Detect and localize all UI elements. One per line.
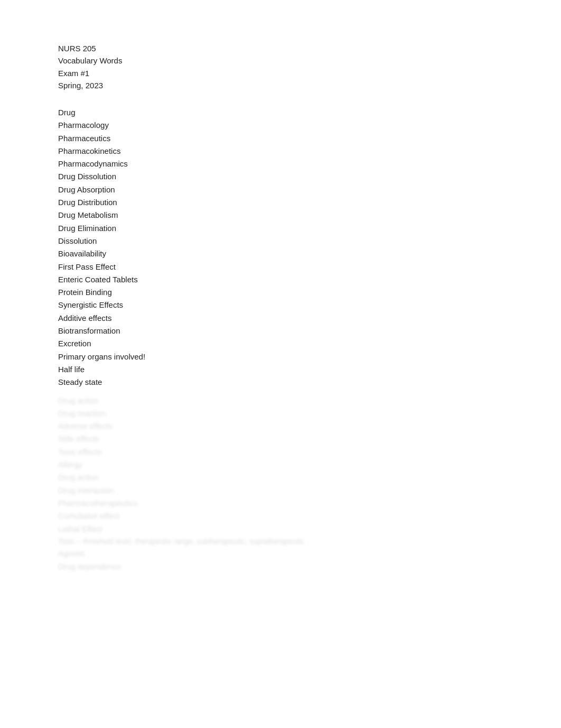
header-line2: Vocabulary Words	[58, 54, 561, 67]
vocab-item: Steady state	[58, 376, 561, 389]
vocab-item: Excretion	[58, 337, 561, 350]
vocab-item: Bioavailability	[58, 247, 561, 260]
blurred-item: Cumulative effect	[58, 510, 561, 522]
blurred-item: Allergy	[58, 458, 561, 471]
vocab-item: Synergistic Effects	[58, 299, 561, 311]
blurred-item: Drug dependence	[58, 560, 561, 573]
vocab-item: Drug Metabolism	[58, 209, 561, 222]
blurred-item: Toxic – threshold level, therapeutic ran…	[58, 536, 561, 548]
vocab-item: Primary organs involved!	[58, 351, 561, 363]
vocab-item: Dissolution	[58, 235, 561, 247]
vocab-item: Drug Elimination	[58, 222, 561, 235]
blurred-item: Drug action	[58, 471, 561, 484]
blurred-item: Drug action	[58, 394, 561, 407]
vocab-item: Drug Dissolution	[58, 170, 561, 183]
vocab-item: Drug Distribution	[58, 196, 561, 209]
vocab-item: Pharmaceutics	[58, 132, 561, 145]
vocab-item: Biotransformation	[58, 325, 561, 337]
blurred-section: Drug actionDrug reactionAdverse effectsS…	[58, 394, 561, 574]
vocab-item: Pharmacodynamics	[58, 158, 561, 170]
blurred-item: Toxic effects	[58, 446, 561, 458]
header-section: NURS 205 Vocabulary Words Exam #1 Spring…	[58, 42, 561, 91]
blurred-item: Adverse effects	[58, 420, 561, 432]
vocab-item: Drug	[58, 106, 561, 119]
vocab-section: DrugPharmacologyPharmaceuticsPharmacokin…	[58, 106, 561, 389]
header-line3: Exam #1	[58, 67, 561, 79]
blurred-item: Drug reaction	[58, 407, 561, 420]
vocab-item: Additive effects	[58, 312, 561, 325]
blurred-item: Lethal Effect	[58, 523, 561, 536]
vocab-item: Enteric Coated Tablets	[58, 273, 561, 286]
vocab-item: First Pass Effect	[58, 261, 561, 273]
vocab-item: Pharmacokinetics	[58, 145, 561, 158]
header-line1: NURS 205	[58, 42, 561, 54]
blurred-item: Side effects	[58, 432, 561, 445]
vocab-item: Pharmacology	[58, 119, 561, 132]
header-line4: Spring, 2023	[58, 79, 561, 91]
vocab-item: Protein Binding	[58, 286, 561, 299]
vocab-item: Half life	[58, 363, 561, 376]
blurred-item: Drug interaction	[58, 484, 561, 497]
vocab-item: Drug Absorption	[58, 183, 561, 196]
blurred-item: Agonist	[58, 547, 561, 560]
blurred-item: Pharmacotherapeutics	[58, 497, 561, 510]
